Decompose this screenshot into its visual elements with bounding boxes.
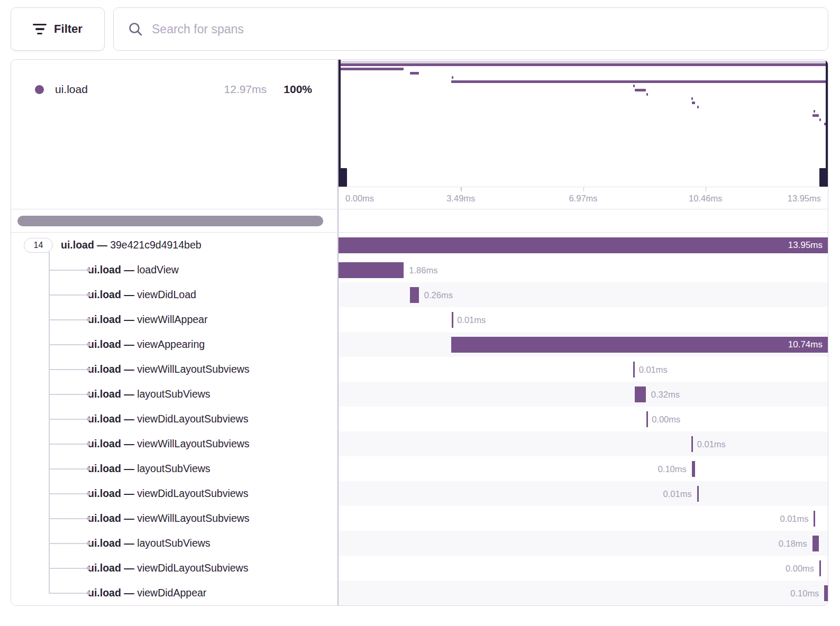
tree-connector-line <box>49 543 88 544</box>
span-tree-cell[interactable]: ui.load — layoutSubViews <box>11 456 339 481</box>
span-tree-cell[interactable]: ui.load — viewWillLayoutSubviews <box>11 506 339 531</box>
span-duration-cell[interactable]: 0.18ms <box>339 531 828 556</box>
span-row[interactable]: ui.load — viewAppearing10.74ms <box>11 332 828 357</box>
span-duration-label: 0.00ms <box>652 414 680 424</box>
span-duration-cell[interactable]: 0.00ms <box>339 556 828 581</box>
span-duration-cell[interactable]: 0.01ms <box>339 481 828 506</box>
span-duration-cell[interactable]: 0.01ms <box>339 357 828 382</box>
tree-connector-dot <box>87 417 90 421</box>
span-row[interactable]: ui.load — loadView1.86ms <box>11 257 828 282</box>
span-row[interactable]: ui.load — viewDidAppear0.10ms <box>11 581 828 605</box>
tree-connector-line <box>49 444 88 445</box>
span-bar[interactable] <box>814 511 815 527</box>
span-duration-cell[interactable]: 1.86ms <box>339 257 828 282</box>
span-tree-cell[interactable]: ui.load — viewDidLayoutSubviews <box>11 481 339 506</box>
search-box[interactable] <box>113 7 828 51</box>
span-row[interactable]: ui.load — viewDidLayoutSubviews0.00ms <box>11 556 828 581</box>
span-duration-cell[interactable]: 0.01ms <box>339 431 828 456</box>
span-duration-cell[interactable]: 0.10ms <box>339 581 828 605</box>
span-tree-cell[interactable]: ui.load — loadView <box>11 257 339 282</box>
trace-minimap[interactable] <box>339 60 828 187</box>
minimap-left-grip[interactable] <box>339 168 347 187</box>
span-bar[interactable] <box>633 362 635 378</box>
span-duration-cell[interactable]: 0.01ms <box>339 506 828 531</box>
span-duration-cell[interactable]: 0.26ms <box>339 282 828 307</box>
span-row[interactable]: ui.load — viewDidLoad0.26ms <box>11 282 828 307</box>
span-tree-cell[interactable]: ui.load — viewDidLayoutSubviews <box>11 556 339 581</box>
span-children-count-badge[interactable]: 14 <box>24 238 53 253</box>
span-label: ui.load — viewDidLayoutSubviews <box>88 487 248 500</box>
span-row[interactable]: ui.load — viewDidLayoutSubviews0.01ms <box>11 481 828 506</box>
span-list-scrollbar-thumb[interactable] <box>17 216 323 226</box>
tree-connector-dot <box>87 492 90 495</box>
span-bar[interactable] <box>819 560 821 576</box>
tree-connector-dot <box>87 442 90 446</box>
span-bar[interactable] <box>646 411 648 427</box>
span-label: ui.load — loadView <box>88 264 179 276</box>
span-tree-cell[interactable]: ui.load — viewDidLayoutSubviews <box>11 407 339 431</box>
span-list-scrollbar-track[interactable] <box>11 209 339 232</box>
span-row[interactable]: ui.load — viewWillAppear0.01ms <box>11 307 828 332</box>
minimap-right-grip[interactable] <box>819 168 828 187</box>
span-waterfall: 14ui.load — 39e421c9d4914beb13.95msui.lo… <box>11 233 828 605</box>
time-axis: 0.00ms3.49ms6.97ms10.46ms13.95ms <box>339 187 828 209</box>
span-bar[interactable]: 10.74ms <box>451 337 828 353</box>
minimap-left-drag-handle[interactable] <box>339 60 341 187</box>
span-bar[interactable] <box>635 386 646 402</box>
span-bar[interactable] <box>812 536 819 551</box>
tree-connector-line <box>49 593 88 594</box>
span-bar[interactable]: 13.95ms <box>339 237 828 253</box>
span-duration-cell[interactable]: 0.32ms <box>339 382 828 407</box>
span-duration-label: 0.01ms <box>457 315 486 325</box>
tree-connector-dot <box>87 541 90 545</box>
minimap-span-bar <box>697 106 699 108</box>
span-duration-label: 0.32ms <box>651 389 680 399</box>
span-duration-cell[interactable]: 0.10ms <box>339 456 828 481</box>
search-input[interactable] <box>152 22 814 36</box>
span-bar[interactable] <box>697 486 699 502</box>
span-tree-cell[interactable]: ui.load — viewWillLayoutSubviews <box>11 357 339 382</box>
span-row[interactable]: ui.load — viewWillLayoutSubviews0.01ms <box>11 357 828 382</box>
span-tree-cell[interactable]: 14ui.load — 39e421c9d4914beb <box>11 233 339 257</box>
minimap-span-bar <box>410 72 419 75</box>
minimap-span-bar <box>452 76 453 79</box>
span-row[interactable]: ui.load — layoutSubViews0.32ms <box>11 382 828 407</box>
span-bar[interactable] <box>824 585 828 601</box>
span-tree-cell[interactable]: ui.load — viewDidLoad <box>11 282 339 307</box>
span-tree-cell[interactable]: ui.load — viewDidAppear <box>11 581 339 605</box>
tree-connector-dot <box>87 566 90 570</box>
span-bar[interactable] <box>410 287 419 303</box>
span-tree-cell[interactable]: ui.load — layoutSubViews <box>11 531 339 556</box>
span-bar[interactable] <box>452 312 453 328</box>
span-bar[interactable] <box>692 461 696 477</box>
span-duration-cell[interactable]: 0.00ms <box>339 407 828 431</box>
span-label: ui.load — layoutSubViews <box>88 537 211 549</box>
span-tree-cell[interactable]: ui.load — viewAppearing <box>11 332 339 357</box>
span-bar[interactable] <box>339 262 404 278</box>
span-duration-cell[interactable]: 10.74ms <box>339 332 828 357</box>
span-tree-cell[interactable]: ui.load — viewWillLayoutSubviews <box>11 431 339 456</box>
span-row[interactable]: 14ui.load — 39e421c9d4914beb13.95ms <box>11 233 828 257</box>
span-tree-cell[interactable]: ui.load — viewWillAppear <box>11 307 339 332</box>
span-row[interactable]: ui.load — viewWillLayoutSubviews0.01ms <box>11 431 828 456</box>
minimap-span-bar <box>451 80 828 83</box>
ops-breakdown-row[interactable]: ui.load 12.97ms 100% <box>11 60 337 96</box>
tree-connector-line <box>49 369 88 370</box>
span-duration-cell[interactable]: 13.95ms <box>339 233 828 257</box>
span-bar[interactable] <box>691 436 693 452</box>
op-duration: 12.97ms <box>224 83 267 96</box>
minimap-right-drag-handle[interactable] <box>826 60 828 187</box>
span-label: ui.load — viewWillLayoutSubviews <box>88 438 250 450</box>
span-row[interactable]: ui.load — viewWillLayoutSubviews0.01ms <box>11 506 828 531</box>
span-label: ui.load — 39e421c9d4914beb <box>61 239 202 251</box>
filter-icon <box>33 24 47 35</box>
span-label: ui.load — viewDidLayoutSubviews <box>88 562 248 574</box>
span-row[interactable]: ui.load — layoutSubViews0.10ms <box>11 456 828 481</box>
span-duration-cell[interactable]: 0.01ms <box>339 307 828 332</box>
filter-button[interactable]: Filter <box>11 7 105 51</box>
span-row[interactable]: ui.load — layoutSubViews0.18ms <box>11 531 828 556</box>
minimap-span-bars <box>339 63 828 187</box>
span-tree-cell[interactable]: ui.load — layoutSubViews <box>11 382 339 407</box>
search-icon <box>127 21 143 37</box>
span-row[interactable]: ui.load — viewDidLayoutSubviews0.00ms <box>11 407 828 431</box>
